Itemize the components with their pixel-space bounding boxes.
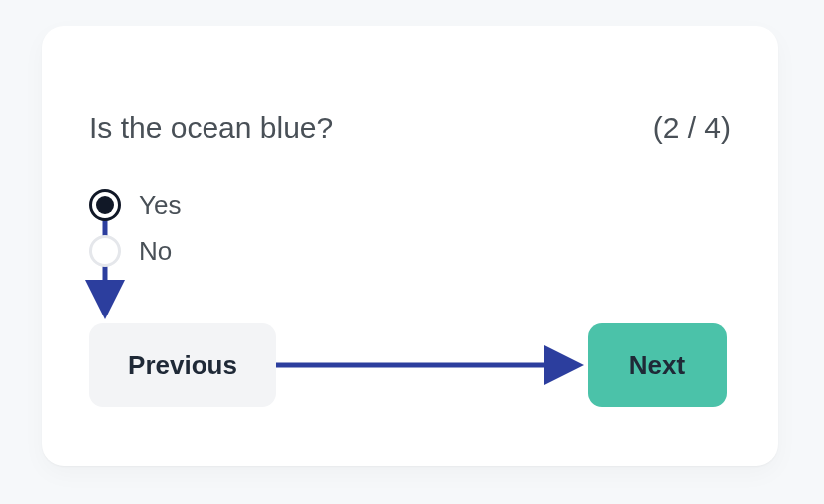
option-label: Yes [139, 190, 181, 221]
radio-selected-icon [89, 189, 121, 221]
option-yes[interactable]: Yes [89, 183, 181, 228]
step-counter: (2 / 4) [653, 111, 731, 145]
question-card: Is the ocean blue? (2 / 4) Yes No Previo… [42, 26, 778, 466]
question-text: Is the ocean blue? [89, 111, 333, 145]
next-button-label: Next [629, 350, 685, 381]
option-no[interactable]: No [89, 228, 181, 274]
previous-button-label: Previous [128, 350, 237, 381]
previous-button[interactable]: Previous [89, 323, 276, 407]
next-button[interactable]: Next [588, 323, 727, 407]
card-header: Is the ocean blue? (2 / 4) [89, 111, 731, 145]
radio-unselected-icon [89, 235, 121, 267]
options-group: Yes No [89, 183, 181, 274]
option-label: No [139, 236, 172, 267]
